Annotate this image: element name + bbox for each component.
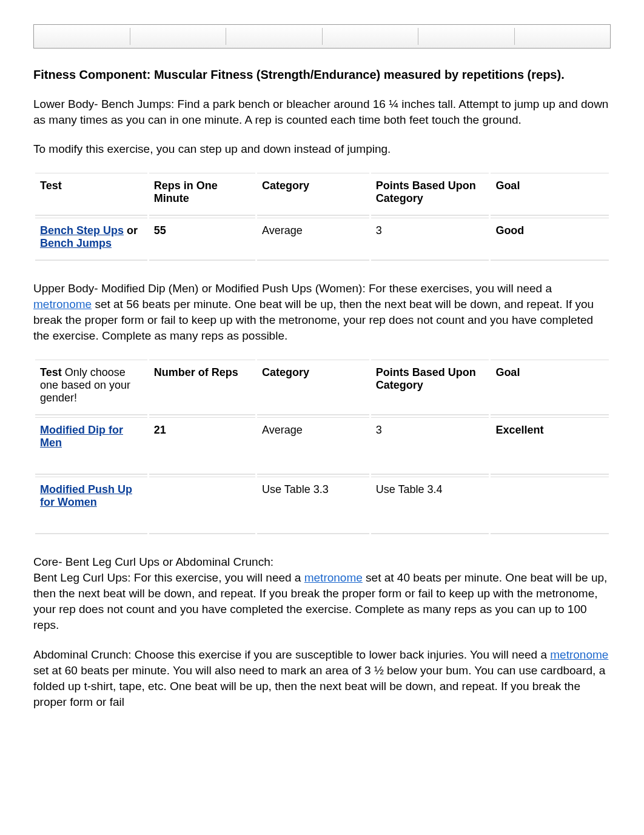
- cell-reps: 55: [149, 218, 255, 261]
- col-header-reps: Reps in One Minute: [149, 173, 255, 216]
- text-segment: Bent Leg Curl Ups: For this exercise, yo…: [33, 571, 304, 584]
- section-heading: Fitness Component: Muscular Fitness (Str…: [33, 67, 611, 83]
- text-segment: Upper Body- Modified Dip (Men) or Modifi…: [33, 282, 552, 295]
- cell-goal: Excellent: [491, 417, 609, 475]
- col-header-reps: Number of Reps: [149, 360, 255, 415]
- bench-step-ups-link[interactable]: Bench Step Ups: [40, 224, 124, 236]
- table-row: Bench Step Ups or Bench Jumps 55 Average…: [35, 218, 609, 261]
- paragraph-core: Core- Bent Leg Curl Ups or Abdominal Cru…: [33, 554, 611, 634]
- table-row: Modified Dip for Men 21 Average 3 Excell…: [35, 417, 609, 475]
- cell-category: Average: [257, 218, 369, 261]
- col-header-test: Test Only choose one based on your gende…: [35, 360, 147, 415]
- text-segment: set at 60 beats per minute. You will als…: [33, 664, 605, 708]
- bench-jumps-link[interactable]: Bench Jumps: [40, 237, 112, 249]
- blank-cell: [418, 28, 515, 45]
- cell-reps: [149, 477, 255, 534]
- metronome-link[interactable]: metronome: [304, 571, 363, 584]
- blank-cell: [34, 28, 130, 45]
- blank-cell: [515, 28, 611, 45]
- paragraph-upper-body: Upper Body- Modified Dip (Men) or Modifi…: [33, 281, 611, 344]
- test-join-text: or: [124, 224, 138, 236]
- col-header-test: Test: [35, 173, 147, 216]
- cell-goal: [491, 477, 609, 534]
- paragraph-lower-body: Lower Body- Bench Jumps: Find a park ben…: [33, 96, 611, 128]
- cell-reps: 21: [149, 417, 255, 475]
- col-header-goal: Goal: [491, 173, 609, 216]
- modified-pushup-link[interactable]: Modified Push Up for Women: [40, 483, 132, 508]
- paragraph-abdominal-crunch: Abdominal Crunch: Choose this exercise i…: [33, 647, 611, 711]
- document-page: Fitness Component: Muscular Fitness (Str…: [0, 0, 644, 723]
- lower-body-table: Test Reps in One Minute Category Points …: [33, 171, 611, 263]
- cell-points: 3: [371, 218, 489, 261]
- core-heading-line: Core- Bent Leg Curl Ups or Abdominal Cru…: [33, 555, 273, 568]
- metronome-link[interactable]: metronome: [550, 648, 608, 661]
- blank-cell: [323, 28, 419, 45]
- col-header-goal: Goal: [491, 360, 609, 415]
- col-header-points: Points Based Upon Category: [371, 173, 489, 216]
- cell-points: Use Table 3.4: [371, 477, 489, 534]
- top-empty-table: [33, 24, 611, 49]
- text-segment: Abdominal Crunch: Choose this exercise i…: [33, 648, 550, 661]
- table-row: Modified Push Up for Women Use Table 3.3…: [35, 477, 609, 534]
- header-test-prefix: Test: [40, 366, 65, 378]
- text-segment: set at 56 beats per minute. One beat wil…: [33, 298, 594, 342]
- blank-cell: [130, 28, 227, 45]
- blank-cell: [226, 28, 323, 45]
- cell-goal: Good: [491, 218, 609, 261]
- col-header-points: Points Based Upon Category: [371, 360, 489, 415]
- modified-dip-link[interactable]: Modified Dip for Men: [40, 424, 123, 449]
- upper-body-table: Test Only choose one based on your gende…: [33, 358, 611, 536]
- metronome-link[interactable]: metronome: [33, 298, 92, 310]
- col-header-category: Category: [257, 360, 369, 415]
- cell-category: Average: [257, 417, 369, 475]
- paragraph-modify-note: To modify this exercise, you can step up…: [33, 141, 611, 157]
- col-header-category: Category: [257, 173, 369, 216]
- cell-category: Use Table 3.3: [257, 477, 369, 534]
- cell-points: 3: [371, 417, 489, 475]
